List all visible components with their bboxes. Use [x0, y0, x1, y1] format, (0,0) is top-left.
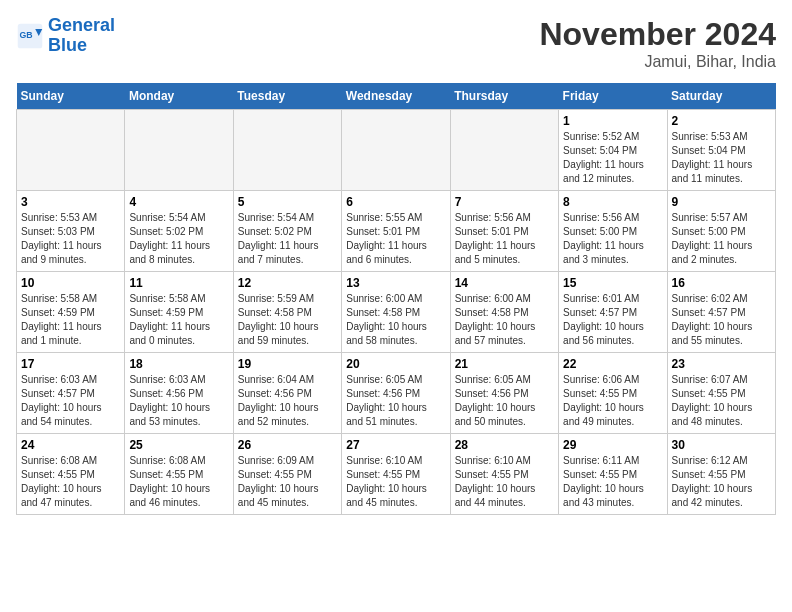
day-info: Sunrise: 6:03 AMSunset: 4:57 PMDaylight:… [21, 373, 120, 429]
logo-text: General Blue [48, 16, 115, 56]
calendar-day-cell: 1Sunrise: 5:52 AMSunset: 5:04 PMDaylight… [559, 110, 667, 191]
day-info: Sunrise: 5:53 AMSunset: 5:04 PMDaylight:… [672, 130, 771, 186]
logo-line2: Blue [48, 35, 87, 55]
day-number: 6 [346, 195, 445, 209]
day-number: 27 [346, 438, 445, 452]
day-info: Sunrise: 5:52 AMSunset: 5:04 PMDaylight:… [563, 130, 662, 186]
calendar-day-cell: 14Sunrise: 6:00 AMSunset: 4:58 PMDayligh… [450, 272, 558, 353]
calendar-day-cell [17, 110, 125, 191]
calendar-day-cell: 16Sunrise: 6:02 AMSunset: 4:57 PMDayligh… [667, 272, 775, 353]
calendar-day-cell: 22Sunrise: 6:06 AMSunset: 4:55 PMDayligh… [559, 353, 667, 434]
month-title: November 2024 [539, 16, 776, 53]
day-info: Sunrise: 6:07 AMSunset: 4:55 PMDaylight:… [672, 373, 771, 429]
day-info: Sunrise: 6:05 AMSunset: 4:56 PMDaylight:… [455, 373, 554, 429]
calendar-day-cell: 20Sunrise: 6:05 AMSunset: 4:56 PMDayligh… [342, 353, 450, 434]
day-info: Sunrise: 5:59 AMSunset: 4:58 PMDaylight:… [238, 292, 337, 348]
day-info: Sunrise: 6:11 AMSunset: 4:55 PMDaylight:… [563, 454, 662, 510]
day-info: Sunrise: 5:56 AMSunset: 5:01 PMDaylight:… [455, 211, 554, 267]
day-info: Sunrise: 6:00 AMSunset: 4:58 PMDaylight:… [455, 292, 554, 348]
day-number: 5 [238, 195, 337, 209]
day-info: Sunrise: 5:53 AMSunset: 5:03 PMDaylight:… [21, 211, 120, 267]
day-number: 4 [129, 195, 228, 209]
weekday-header: Tuesday [233, 83, 341, 110]
calendar-day-cell: 7Sunrise: 5:56 AMSunset: 5:01 PMDaylight… [450, 191, 558, 272]
weekday-header: Wednesday [342, 83, 450, 110]
day-number: 2 [672, 114, 771, 128]
calendar-day-cell: 9Sunrise: 5:57 AMSunset: 5:00 PMDaylight… [667, 191, 775, 272]
calendar-day-cell: 4Sunrise: 5:54 AMSunset: 5:02 PMDaylight… [125, 191, 233, 272]
calendar-day-cell: 15Sunrise: 6:01 AMSunset: 4:57 PMDayligh… [559, 272, 667, 353]
day-number: 20 [346, 357, 445, 371]
day-info: Sunrise: 6:04 AMSunset: 4:56 PMDaylight:… [238, 373, 337, 429]
day-info: Sunrise: 5:57 AMSunset: 5:00 PMDaylight:… [672, 211, 771, 267]
calendar-day-cell: 10Sunrise: 5:58 AMSunset: 4:59 PMDayligh… [17, 272, 125, 353]
calendar-week-row: 3Sunrise: 5:53 AMSunset: 5:03 PMDaylight… [17, 191, 776, 272]
day-info: Sunrise: 5:58 AMSunset: 4:59 PMDaylight:… [21, 292, 120, 348]
calendar-day-cell: 24Sunrise: 6:08 AMSunset: 4:55 PMDayligh… [17, 434, 125, 515]
day-info: Sunrise: 5:54 AMSunset: 5:02 PMDaylight:… [129, 211, 228, 267]
day-info: Sunrise: 6:02 AMSunset: 4:57 PMDaylight:… [672, 292, 771, 348]
calendar-day-cell: 5Sunrise: 5:54 AMSunset: 5:02 PMDaylight… [233, 191, 341, 272]
day-number: 30 [672, 438, 771, 452]
day-info: Sunrise: 6:10 AMSunset: 4:55 PMDaylight:… [455, 454, 554, 510]
calendar-day-cell: 8Sunrise: 5:56 AMSunset: 5:00 PMDaylight… [559, 191, 667, 272]
day-number: 10 [21, 276, 120, 290]
day-number: 1 [563, 114, 662, 128]
day-number: 3 [21, 195, 120, 209]
weekday-header-row: SundayMondayTuesdayWednesdayThursdayFrid… [17, 83, 776, 110]
logo: GB General Blue [16, 16, 115, 56]
calendar-day-cell [233, 110, 341, 191]
day-number: 16 [672, 276, 771, 290]
day-info: Sunrise: 5:54 AMSunset: 5:02 PMDaylight:… [238, 211, 337, 267]
calendar-day-cell: 6Sunrise: 5:55 AMSunset: 5:01 PMDaylight… [342, 191, 450, 272]
location: Jamui, Bihar, India [539, 53, 776, 71]
calendar-day-cell: 19Sunrise: 6:04 AMSunset: 4:56 PMDayligh… [233, 353, 341, 434]
day-number: 23 [672, 357, 771, 371]
day-number: 15 [563, 276, 662, 290]
calendar-day-cell: 26Sunrise: 6:09 AMSunset: 4:55 PMDayligh… [233, 434, 341, 515]
day-number: 18 [129, 357, 228, 371]
day-number: 14 [455, 276, 554, 290]
calendar-week-row: 10Sunrise: 5:58 AMSunset: 4:59 PMDayligh… [17, 272, 776, 353]
calendar-day-cell [450, 110, 558, 191]
day-number: 22 [563, 357, 662, 371]
calendar-day-cell: 3Sunrise: 5:53 AMSunset: 5:03 PMDaylight… [17, 191, 125, 272]
day-number: 12 [238, 276, 337, 290]
calendar-day-cell: 23Sunrise: 6:07 AMSunset: 4:55 PMDayligh… [667, 353, 775, 434]
day-info: Sunrise: 6:08 AMSunset: 4:55 PMDaylight:… [21, 454, 120, 510]
day-number: 11 [129, 276, 228, 290]
calendar-week-row: 24Sunrise: 6:08 AMSunset: 4:55 PMDayligh… [17, 434, 776, 515]
logo-icon: GB [16, 22, 44, 50]
day-info: Sunrise: 5:58 AMSunset: 4:59 PMDaylight:… [129, 292, 228, 348]
calendar-day-cell [125, 110, 233, 191]
day-info: Sunrise: 6:06 AMSunset: 4:55 PMDaylight:… [563, 373, 662, 429]
day-number: 24 [21, 438, 120, 452]
day-info: Sunrise: 6:03 AMSunset: 4:56 PMDaylight:… [129, 373, 228, 429]
day-info: Sunrise: 6:10 AMSunset: 4:55 PMDaylight:… [346, 454, 445, 510]
calendar-day-cell: 17Sunrise: 6:03 AMSunset: 4:57 PMDayligh… [17, 353, 125, 434]
day-info: Sunrise: 6:00 AMSunset: 4:58 PMDaylight:… [346, 292, 445, 348]
day-number: 7 [455, 195, 554, 209]
day-info: Sunrise: 6:05 AMSunset: 4:56 PMDaylight:… [346, 373, 445, 429]
calendar-day-cell: 18Sunrise: 6:03 AMSunset: 4:56 PMDayligh… [125, 353, 233, 434]
day-number: 28 [455, 438, 554, 452]
calendar-day-cell: 21Sunrise: 6:05 AMSunset: 4:56 PMDayligh… [450, 353, 558, 434]
day-number: 26 [238, 438, 337, 452]
calendar-day-cell: 25Sunrise: 6:08 AMSunset: 4:55 PMDayligh… [125, 434, 233, 515]
weekday-header: Thursday [450, 83, 558, 110]
calendar-day-cell: 13Sunrise: 6:00 AMSunset: 4:58 PMDayligh… [342, 272, 450, 353]
day-info: Sunrise: 5:56 AMSunset: 5:00 PMDaylight:… [563, 211, 662, 267]
day-info: Sunrise: 5:55 AMSunset: 5:01 PMDaylight:… [346, 211, 445, 267]
calendar-day-cell: 12Sunrise: 5:59 AMSunset: 4:58 PMDayligh… [233, 272, 341, 353]
calendar-day-cell: 11Sunrise: 5:58 AMSunset: 4:59 PMDayligh… [125, 272, 233, 353]
day-number: 13 [346, 276, 445, 290]
day-number: 25 [129, 438, 228, 452]
day-number: 21 [455, 357, 554, 371]
day-info: Sunrise: 6:01 AMSunset: 4:57 PMDaylight:… [563, 292, 662, 348]
day-number: 29 [563, 438, 662, 452]
calendar-day-cell [342, 110, 450, 191]
day-info: Sunrise: 6:12 AMSunset: 4:55 PMDaylight:… [672, 454, 771, 510]
weekday-header: Sunday [17, 83, 125, 110]
day-info: Sunrise: 6:08 AMSunset: 4:55 PMDaylight:… [129, 454, 228, 510]
page-header: GB General Blue November 2024 Jamui, Bih… [16, 16, 776, 71]
